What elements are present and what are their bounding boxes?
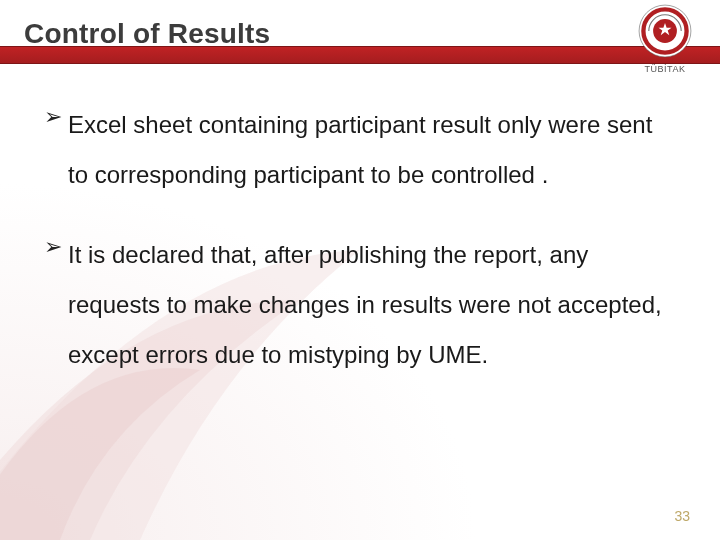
- org-logo-block: TÜBİTAK: [624, 4, 706, 74]
- bullet-item: ➢ It is declared that, after publishing …: [44, 230, 672, 380]
- slide-body: ➢ Excel sheet containing participant res…: [0, 62, 720, 380]
- slide-header: Control of Results: [0, 0, 720, 62]
- org-name: TÜBİTAK: [624, 64, 706, 74]
- bullet-text: It is declared that, after publishing th…: [68, 230, 672, 380]
- slide: Control of Results TÜBİTAK ➢ Excel sheet…: [0, 0, 720, 540]
- slide-title: Control of Results: [0, 12, 270, 50]
- bullet-item: ➢ Excel sheet containing participant res…: [44, 100, 672, 200]
- chevron-right-icon: ➢: [44, 100, 62, 134]
- page-number: 33: [674, 508, 690, 524]
- chevron-right-icon: ➢: [44, 230, 62, 264]
- bullet-text: Excel sheet containing participant resul…: [68, 100, 672, 200]
- tubitak-logo-icon: [638, 4, 692, 58]
